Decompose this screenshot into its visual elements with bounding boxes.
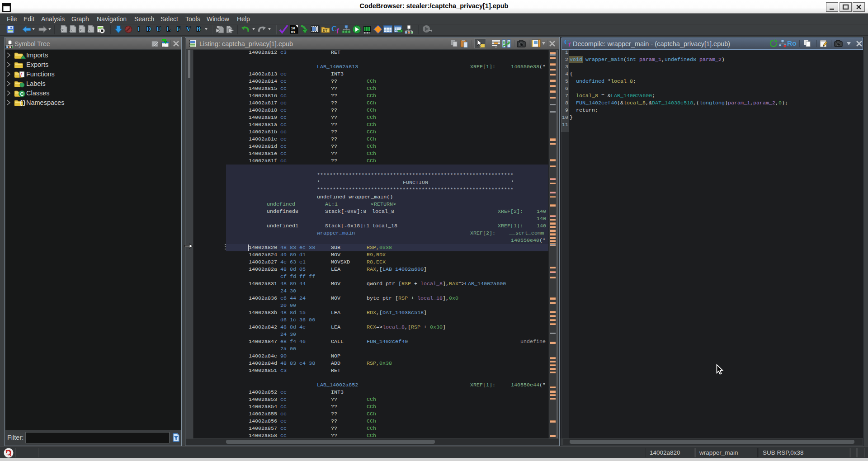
svg-text:C: C — [20, 91, 24, 97]
svg-text:DT: DT — [323, 28, 327, 33]
svg-text:01: 01 — [291, 30, 296, 34]
